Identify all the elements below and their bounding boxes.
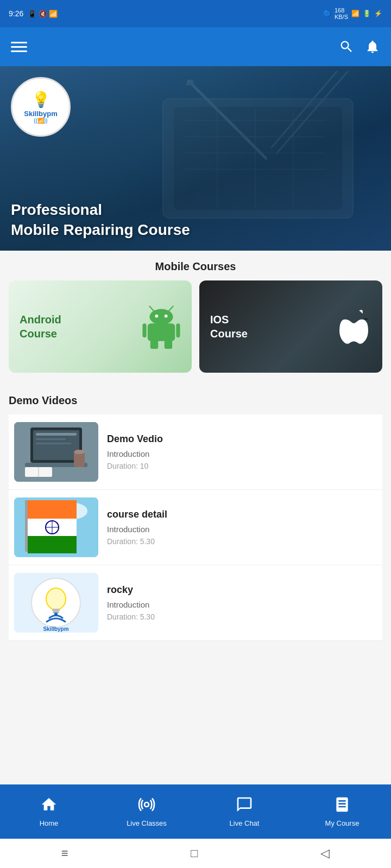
svg-rect-38 — [28, 500, 77, 519]
video-subtitle-2: Introduction — [107, 525, 377, 534]
hero-banner: 💡 Skillbypm ((📶)) ProfessionalMobile Rep… — [0, 66, 391, 251]
svg-rect-43 — [28, 536, 77, 553]
video-subtitle-1: Introduction — [107, 449, 377, 458]
video-item-1[interactable]: Demo Vedio Introduction Duration: 10 — [9, 414, 382, 490]
mobile-courses-section: Mobile Courses AndroidCourse — [0, 251, 391, 384]
notification-button[interactable] — [365, 39, 380, 54]
svg-point-15 — [149, 309, 173, 325]
my-course-icon — [333, 796, 351, 817]
video-thumb-1 — [14, 422, 98, 482]
hero-text: ProfessionalMobile Repairing Course — [0, 189, 201, 251]
video-duration-3: Duration: 5.30 — [107, 612, 377, 621]
wifi-icon: 📶 — [351, 10, 360, 17]
logo-text: Skillbypm — [24, 110, 57, 118]
video-list: Demo Vedio Introduction Duration: 10 — [9, 414, 382, 641]
search-button[interactable] — [339, 39, 354, 54]
video-title-2: course detail — [107, 509, 377, 520]
live-chat-label: Live Chat — [230, 819, 260, 827]
svg-rect-52 — [241, 802, 248, 804]
status-bar: 9:26 📱 🔇 📶 🔵 168KB/S 📶 🔋 ⚡ — [0, 0, 391, 27]
svg-text:Skillbypm: Skillbypm — [43, 626, 68, 632]
nav-live-classes[interactable]: Live Classes — [98, 790, 195, 833]
svg-point-49 — [54, 612, 58, 616]
status-time: 9:26 — [9, 9, 23, 18]
svg-rect-22 — [165, 340, 172, 349]
battery-icon: 🔋 — [363, 10, 371, 17]
mobile-courses-title: Mobile Courses — [0, 251, 391, 280]
my-course-label: My Course — [325, 819, 360, 827]
apple-logo-icon — [336, 307, 371, 347]
video-info-1: Demo Vedio Introduction Duration: 10 — [107, 433, 377, 470]
video-title-1: Demo Vedio — [107, 433, 377, 445]
bluetooth-icon: 🔵 — [323, 10, 331, 17]
nav-home[interactable]: Home — [0, 790, 98, 833]
svg-point-31 — [74, 450, 85, 454]
ios-course-card[interactable]: IOSCourse — [199, 280, 382, 373]
hero-title: ProfessionalMobile Repairing Course — [11, 200, 190, 240]
home-label: Home — [40, 819, 59, 827]
svg-rect-28 — [36, 443, 71, 444]
android-course-card[interactable]: AndroidCourse — [9, 280, 192, 373]
video-duration-1: Duration: 10 — [107, 462, 377, 470]
svg-point-17 — [165, 315, 168, 318]
android-robot-icon — [142, 302, 181, 351]
svg-rect-30 — [74, 452, 85, 467]
demo-videos-section: Demo Videos — [0, 384, 391, 641]
charge-icon: ⚡ — [374, 10, 382, 17]
live-classes-icon — [138, 796, 155, 817]
svg-marker-10 — [186, 80, 194, 85]
svg-rect-21 — [150, 340, 158, 349]
live-chat-icon — [236, 796, 253, 817]
android-course-label: AndroidCourse — [20, 312, 61, 341]
svg-rect-27 — [36, 438, 66, 440]
menu-button[interactable] — [11, 42, 27, 52]
ios-course-label: IOSCourse — [210, 312, 248, 341]
svg-rect-37 — [25, 500, 28, 552]
svg-rect-18 — [148, 323, 175, 341]
nav-icons — [339, 39, 380, 54]
live-classes-label: Live Classes — [127, 819, 167, 827]
sys-menu-button[interactable]: ≡ — [61, 846, 68, 860]
course-cards: AndroidCourse — [0, 280, 391, 384]
svg-rect-20 — [176, 323, 180, 337]
svg-rect-47 — [52, 609, 60, 611]
svg-point-46 — [46, 588, 66, 610]
nav-my-course[interactable]: My Course — [293, 790, 391, 833]
video-info-3: rocky Introduction Duration: 5.30 — [107, 584, 377, 621]
svg-rect-53 — [241, 805, 245, 806]
network-speed: 168KB/S — [335, 7, 348, 20]
video-thumb-3: Skillbypm — [14, 573, 98, 633]
video-thumb-2 — [14, 497, 98, 557]
svg-rect-26 — [36, 433, 77, 436]
nav-live-chat[interactable]: Live Chat — [195, 790, 293, 833]
video-item-3[interactable]: Skillbypm rocky Introduction Duration: 5… — [9, 565, 382, 641]
svg-point-51 — [144, 802, 149, 807]
svg-rect-19 — [142, 323, 146, 337]
status-left: 9:26 📱 🔇 📶 — [9, 9, 58, 18]
svg-point-16 — [155, 315, 158, 318]
status-icons: 📱 🔇 📶 — [28, 10, 58, 18]
home-icon — [40, 796, 58, 817]
hero-logo: 💡 Skillbypm ((📶)) — [11, 77, 71, 137]
sys-back-button[interactable]: ◁ — [320, 846, 330, 860]
video-duration-2: Duration: 5.30 — [107, 537, 377, 546]
demo-videos-title: Demo Videos — [9, 389, 382, 414]
video-title-3: rocky — [107, 584, 377, 596]
bottom-nav: Home Live Classes Live Chat — [0, 784, 391, 839]
content-area: Mobile Courses AndroidCourse — [0, 251, 391, 784]
system-nav-bar: ≡ □ ◁ — [0, 839, 391, 868]
sys-home-button[interactable]: □ — [191, 846, 198, 860]
video-subtitle-3: Introduction — [107, 600, 377, 609]
nav-bar — [0, 27, 391, 66]
video-item-2[interactable]: course detail Introduction Duration: 5.3… — [9, 490, 382, 565]
video-info-2: course detail Introduction Duration: 5.3… — [107, 509, 377, 546]
status-right: 🔵 168KB/S 📶 🔋 ⚡ — [323, 7, 382, 20]
